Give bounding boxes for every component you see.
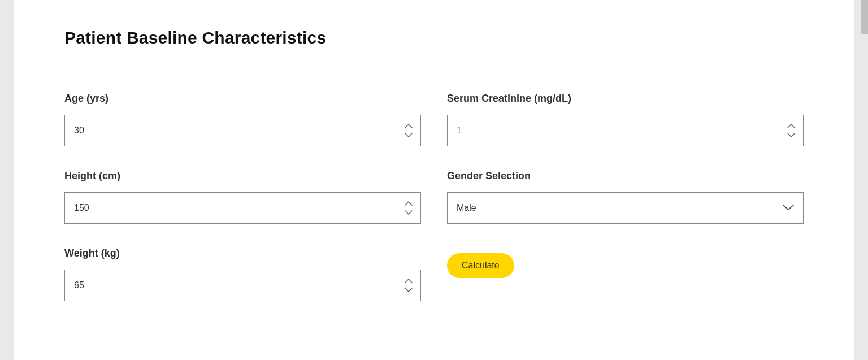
chevron-up-icon[interactable] [405,201,413,206]
serum-creatinine-group: Serum Creatinine (mg/dL) [447,93,804,146]
chevron-down-icon[interactable] [405,210,413,215]
left-column: Age (yrs) Height (cm) [64,93,421,325]
height-group: Height (cm) [64,170,421,224]
scrollbar-thumb[interactable] [861,0,868,34]
height-input[interactable] [64,192,421,224]
chevron-down-icon[interactable] [405,133,413,137]
weight-input-wrap [64,270,421,301]
serum-creatinine-input-wrap [447,115,804,146]
age-input-wrap [64,115,421,146]
serum-creatinine-input[interactable] [447,115,804,146]
gender-select-value: Male [457,203,476,213]
gender-label: Gender Selection [447,170,804,182]
weight-group: Weight (kg) [64,248,421,301]
scrollbar-track[interactable] [859,0,868,360]
gender-select[interactable]: Male [447,192,804,224]
weight-spinner [402,279,415,292]
chevron-down-icon[interactable] [405,288,413,292]
form-panel: Patient Baseline Characteristics Age (yr… [14,0,854,360]
height-label: Height (cm) [64,170,421,182]
calculate-button[interactable]: Calculate [447,253,514,278]
age-label: Age (yrs) [64,93,421,105]
chevron-down-icon[interactable] [787,133,795,137]
serum-creatinine-spinner [784,124,798,137]
height-input-wrap [64,192,421,224]
age-spinner [402,124,415,137]
age-group: Age (yrs) [64,93,421,146]
chevron-up-icon[interactable] [787,124,795,128]
chevron-up-icon[interactable] [405,124,413,128]
weight-input[interactable] [64,270,421,301]
right-column: Serum Creatinine (mg/dL) Gender Selectio… [447,93,804,325]
height-spinner [402,201,415,215]
chevron-up-icon[interactable] [405,279,413,283]
age-input[interactable] [64,115,421,146]
page-title: Patient Baseline Characteristics [64,28,804,47]
gender-group: Gender Selection Male [447,170,804,224]
serum-creatinine-label: Serum Creatinine (mg/dL) [447,93,804,105]
gender-select-wrap: Male [447,192,804,224]
weight-label: Weight (kg) [64,248,421,259]
form-grid: Age (yrs) Height (cm) [64,93,804,325]
